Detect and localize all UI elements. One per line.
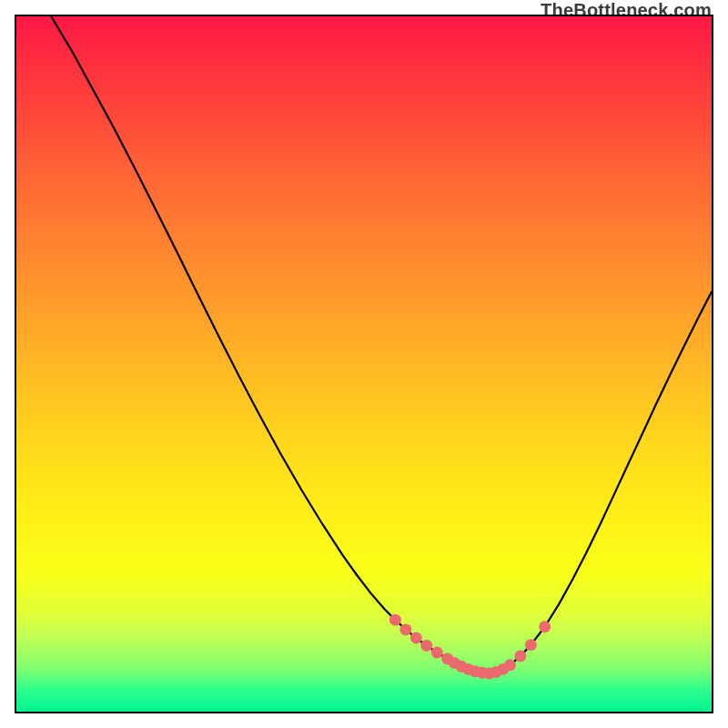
plot-frame xyxy=(15,15,713,713)
chart-container: TheBottleneck.com xyxy=(0,0,728,728)
curve-group xyxy=(51,16,712,673)
bottleneck-curve xyxy=(51,16,712,673)
data-marker xyxy=(539,621,551,632)
data-marker xyxy=(389,614,401,626)
data-marker xyxy=(431,647,443,659)
data-marker xyxy=(514,650,526,662)
data-marker xyxy=(410,632,422,644)
data-marker xyxy=(420,640,432,652)
data-marker xyxy=(399,623,411,635)
data-marker xyxy=(525,639,537,651)
marker-group xyxy=(389,614,551,680)
data-marker xyxy=(504,659,516,671)
curve-svg xyxy=(16,16,712,712)
